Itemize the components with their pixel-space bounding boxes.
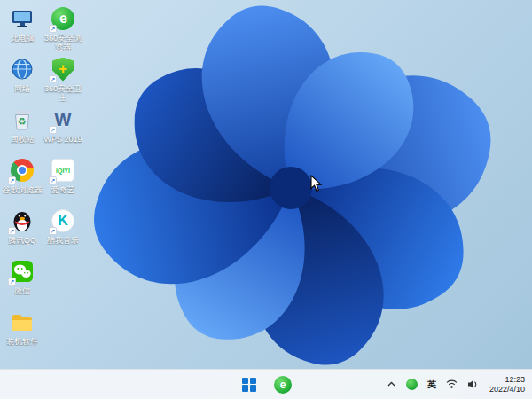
desktop-icon-label: 微信 [14,286,30,295]
iqiyi-icon: iQIYI ↗ [50,157,76,184]
shortcut-arrow-icon: ↗ [8,278,16,286]
desktop-icon-qq[interactable]: ↗ 腾讯QQ [2,207,43,258]
kuwo-music-icon: K ↗ [50,207,76,234]
desktop-icon-label: 爱奇艺 [51,185,75,194]
desktop-icon-label: 酷我音乐 [47,236,79,245]
desktop-icon-label: 装机软件 [6,337,38,346]
clock-time: 12:23 [505,375,525,385]
start-button[interactable] [237,372,262,397]
windows-logo-icon [242,378,256,392]
taskbar-360-browser-button[interactable]: e [270,372,295,397]
desktop-icon-software-folder[interactable]: 装机软件 [2,309,43,359]
desktop-icon-label: 谷歌浏览器 [3,185,43,194]
desktop-icon-column-2: e ↗ 360安全浏览器 + ↗ 360安全卫士 W ↗ WPS 2019 iQ… [43,5,83,258]
taskbar: e 英 12:23 20 [0,369,532,399]
desktop-icon-label: 网络 [14,84,30,93]
speaker-icon [467,379,478,389]
360-browser-icon: e ↗ [50,5,76,32]
desktop-icon-network[interactable]: 网络 [2,56,43,106]
shortcut-arrow-icon: ↗ [8,176,16,184]
shortcut-arrow-icon: ↗ [49,227,57,235]
shortcut-arrow-icon: ↗ [49,126,57,134]
clock-date: 2022/4/10 [489,385,525,395]
chevron-up-icon [387,379,396,389]
desktop-icon-label: 腾讯QQ [8,236,36,245]
desktop-icon-label: 360安全浏览器 [43,34,83,51]
svg-text:♻: ♻ [18,116,27,128]
shortcut-arrow-icon: ↗ [49,176,57,184]
qq-icon: ↗ [9,207,35,234]
desktop-icon-column-1: 此电脑 网络 ♻ 回收站 ↗ 谷歌浏览器 [2,5,43,359]
input-method-indicator[interactable]: 英 [426,373,438,396]
wifi-icon [446,379,458,389]
desktop-icon-kuwo[interactable]: K ↗ 酷我音乐 [43,207,83,258]
360-tray-icon [406,379,418,390]
network-tray-button[interactable] [444,373,459,396]
shortcut-arrow-icon: ↗ [8,227,16,235]
desktop-icon-label: WPS 2019 [43,135,82,144]
desktop-icon-iqiyi[interactable]: iQIYI ↗ 爱奇艺 [43,157,83,207]
desktop-icon-label: 此电脑 [11,34,35,43]
this-pc-icon [9,5,35,32]
shortcut-arrow-icon: ↗ [49,75,57,83]
360-safety-shield-icon: + ↗ [50,56,76,82]
shortcut-arrow-icon: ↗ [49,25,57,33]
desktop-icon-360-safety[interactable]: + ↗ 360安全卫士 [43,56,83,106]
wechat-icon: ↗ [9,258,35,285]
desktop-icon-this-pc[interactable]: 此电脑 [2,5,43,56]
volume-tray-button[interactable] [466,373,480,396]
desktop-icon-360-browser[interactable]: e ↗ 360安全浏览器 [43,5,83,56]
tray-expand-button[interactable] [385,373,398,396]
desktop-icon-wechat[interactable]: ↗ 微信 [2,258,43,309]
taskbar-center-icons: e [237,370,295,399]
taskbar-clock[interactable]: 12:23 2022/4/10 [486,373,528,396]
chrome-icon: ↗ [9,157,35,184]
folder-icon [9,309,35,335]
desktop-icon-recycle-bin[interactable]: ♻ 回收站 [2,106,43,157]
recycle-bin-icon: ♻ [9,106,35,133]
desktop-icon-wps[interactable]: W ↗ WPS 2019 [43,106,83,157]
desktop-icon-label: 360安全卫士 [43,84,83,102]
system-tray: 英 12:23 2022/4/10 [385,370,528,399]
desktop-icon-label: 回收站 [11,135,35,144]
network-icon [9,56,35,82]
wps-icon: W ↗ [50,106,76,133]
desktop-icon-chrome[interactable]: ↗ 谷歌浏览器 [2,157,43,207]
360-browser-icon: e [274,376,292,394]
tray-360-icon[interactable] [404,373,419,396]
